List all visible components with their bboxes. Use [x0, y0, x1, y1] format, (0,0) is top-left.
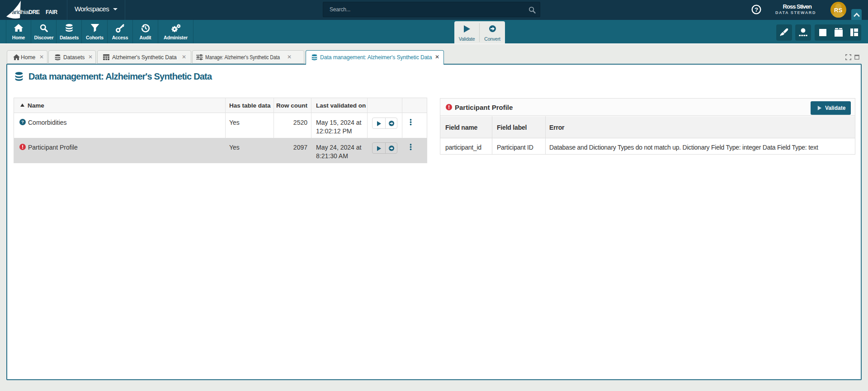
- svg-text:?: ?: [755, 6, 758, 13]
- svg-text:FAIR: FAIR: [46, 9, 57, 15]
- svg-text:?: ?: [21, 120, 24, 124]
- svg-text:DRE: DRE: [28, 9, 40, 15]
